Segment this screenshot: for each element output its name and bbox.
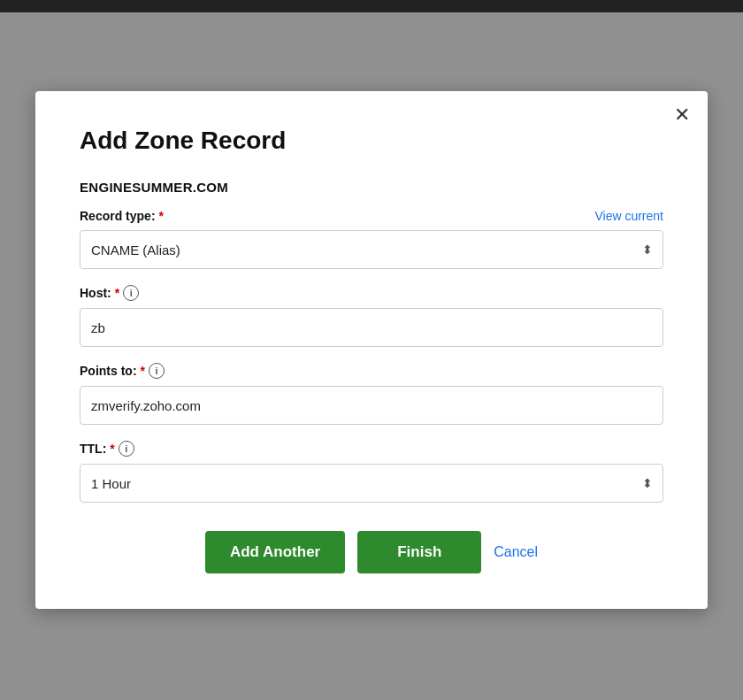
add-another-button[interactable]: Add Another (205, 531, 345, 573)
record-type-header: Record type: * View current (80, 209, 663, 223)
actions-bar: Add Another Finish Cancel (80, 531, 663, 573)
required-star-ttl: * (110, 442, 114, 456)
points-to-input[interactable] (80, 386, 663, 425)
host-header: Host: * i (80, 285, 663, 301)
modal-title: Add Zone Record (80, 127, 663, 155)
domain-name: ENGINESUMMER.COM (80, 180, 663, 195)
required-star-points-to: * (141, 364, 145, 378)
host-label: Host: * i (80, 285, 139, 301)
host-input[interactable] (80, 308, 663, 347)
top-bar (0, 0, 743, 12)
points-to-header: Points to: * i (80, 363, 663, 379)
required-star-record-type: * (159, 209, 164, 223)
cancel-button[interactable]: Cancel (494, 544, 538, 560)
record-type-field: Record type: * View current CNAME (Alias… (80, 209, 663, 269)
ttl-header: TTL: * i (80, 441, 663, 457)
ttl-field: TTL: * i 1/2 Hour 1 Hour 2 Hours 4 Hours… (80, 441, 663, 503)
modal-dialog: ✕ Add Zone Record ENGINESUMMER.COM Recor… (35, 91, 708, 609)
record-type-select-wrapper: CNAME (Alias) A (Address) AAAA (IPv6 Add… (80, 230, 663, 269)
points-to-info-icon[interactable]: i (149, 363, 165, 379)
ttl-select[interactable]: 1/2 Hour 1 Hour 2 Hours 4 Hours 8 Hours … (80, 464, 663, 503)
points-to-field: Points to: * i (80, 363, 663, 425)
close-button[interactable]: ✕ (674, 105, 690, 125)
record-type-select[interactable]: CNAME (Alias) A (Address) AAAA (IPv6 Add… (80, 230, 663, 269)
view-current-link[interactable]: View current (594, 209, 663, 223)
host-info-icon[interactable]: i (123, 285, 139, 301)
ttl-label: TTL: * i (80, 441, 134, 457)
modal-overlay: ✕ Add Zone Record ENGINESUMMER.COM Recor… (0, 0, 743, 700)
ttl-info-icon[interactable]: i (119, 441, 134, 457)
points-to-label: Points to: * i (80, 363, 165, 379)
ttl-select-wrapper: 1/2 Hour 1 Hour 2 Hours 4 Hours 8 Hours … (80, 464, 663, 503)
record-type-label: Record type: * (80, 209, 164, 223)
required-star-host: * (115, 286, 119, 300)
host-field: Host: * i (80, 285, 663, 347)
finish-button[interactable]: Finish (357, 531, 481, 573)
